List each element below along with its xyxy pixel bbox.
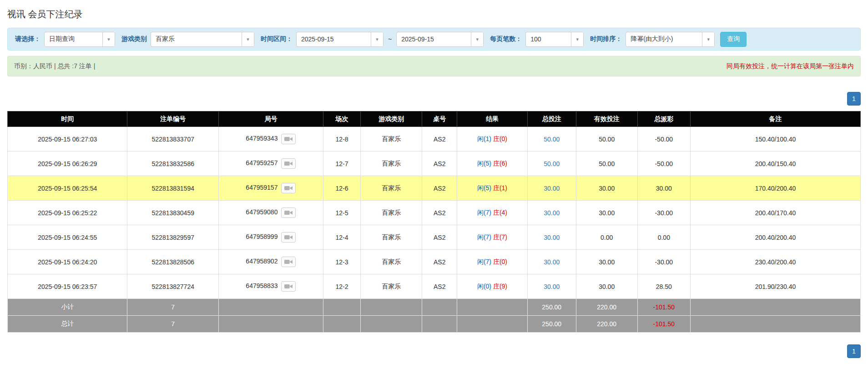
round-number: 647959257 xyxy=(246,159,278,167)
date-from-value: 2025-09-15 xyxy=(297,32,371,46)
bet-id-cell: 522813829597 xyxy=(127,225,219,250)
note-cell: 200.40/150.40 xyxy=(690,152,860,176)
video-replay-button[interactable] xyxy=(281,281,296,292)
table-footer-row: 小计 7 250.00 220.00 -101.50 xyxy=(8,299,861,316)
table-no-cell: AS2 xyxy=(422,152,457,176)
table-row: 2025-09-15 06:27:03 522813833707 6479593… xyxy=(8,127,861,152)
date-to-value: 2025-09-15 xyxy=(397,32,471,46)
table-footer-row: 总计 7 250.00 220.00 -101.50 xyxy=(8,316,861,333)
footer-empty-cell xyxy=(422,316,457,333)
player-result: 闲(7) xyxy=(477,209,491,216)
total-bet-link[interactable]: 50.00 xyxy=(544,160,560,167)
time-cell: 2025-09-15 06:24:20 xyxy=(8,250,127,274)
footer-empty-cell xyxy=(457,316,528,333)
header-result: 结果 xyxy=(457,111,528,127)
footer-payout-cell: -101.50 xyxy=(637,316,690,333)
table-row: 2025-09-15 06:23:57 522813827724 6479588… xyxy=(8,274,861,299)
sort-order-select[interactable]: 降幂(由大到小) ▾ xyxy=(626,32,715,47)
footer-empty-cell xyxy=(323,299,361,316)
total-bet-link[interactable]: 30.00 xyxy=(544,258,560,266)
round-number: 647959080 xyxy=(246,208,278,216)
footer-valid-bet-cell: 220.00 xyxy=(576,299,637,316)
bet-id-cell: 522813828506 xyxy=(127,250,219,274)
pagination-page-button[interactable]: 1 xyxy=(847,344,861,358)
payout-cell: 28.50 xyxy=(637,274,690,299)
game-type-cell: 百家乐 xyxy=(361,250,422,274)
footer-valid-bet-cell: 220.00 xyxy=(576,316,637,333)
footer-total-bet-cell: 250.00 xyxy=(527,316,576,333)
result-cell: 闲(5) 庄(6) xyxy=(457,152,528,176)
time-cell: 2025-09-15 06:27:03 xyxy=(8,127,127,152)
total-bet-link[interactable]: 50.00 xyxy=(544,136,560,143)
table-row: 2025-09-15 06:24:20 522813828506 6479589… xyxy=(8,250,861,274)
result-cell: 闲(7) 庄(7) xyxy=(457,225,528,250)
bet-id-cell: 522813827724 xyxy=(127,274,219,299)
video-camera-icon xyxy=(284,136,293,142)
total-bet-cell: 50.00 xyxy=(527,152,576,176)
table-body: 2025-09-15 06:27:03 522813833707 6479593… xyxy=(8,127,861,333)
round-number: 647958833 xyxy=(246,282,278,289)
bet-id-cell: 522813831594 xyxy=(127,176,219,201)
header-session: 场次 xyxy=(323,111,361,127)
game-type-cell: 百家乐 xyxy=(361,176,422,201)
game-type-label: 游戏类别 xyxy=(121,35,147,43)
banker-result: 庄(7) xyxy=(493,233,507,241)
payout-cell: -50.00 xyxy=(637,127,690,152)
total-bet-cell: 30.00 xyxy=(527,225,576,250)
game-type-select[interactable]: 百家乐 ▾ xyxy=(151,32,254,47)
session-cell: 12-7 xyxy=(323,152,361,176)
date-to-select[interactable]: 2025-09-15 ▾ xyxy=(396,32,484,47)
footer-empty-cell xyxy=(361,299,422,316)
footer-label-cell: 小计 xyxy=(8,299,127,316)
total-bet-link[interactable]: 30.00 xyxy=(544,209,560,217)
round-cell: 647958902 xyxy=(219,250,323,274)
video-replay-button[interactable] xyxy=(281,134,296,144)
search-button[interactable]: 查询 xyxy=(720,32,747,47)
session-cell: 12-4 xyxy=(323,225,361,250)
pagination-page-button[interactable]: 1 xyxy=(847,92,861,106)
page-size-select[interactable]: 100 ▾ xyxy=(525,32,584,47)
chevron-down-icon: ▾ xyxy=(102,32,115,46)
pagination-top: 1 xyxy=(7,92,861,106)
chevron-down-icon: ▾ xyxy=(371,32,383,46)
date-from-select[interactable]: 2025-09-15 ▾ xyxy=(296,32,384,47)
video-camera-icon xyxy=(284,259,293,265)
footer-label-cell: 总计 xyxy=(8,316,127,333)
banker-result: 庄(9) xyxy=(493,283,507,290)
note-cell: 150.40/100.40 xyxy=(690,127,860,152)
total-bet-link[interactable]: 30.00 xyxy=(544,185,560,192)
total-bet-cell: 30.00 xyxy=(527,201,576,225)
video-replay-button[interactable] xyxy=(281,158,296,169)
header-round: 局号 xyxy=(219,111,323,127)
bet-id-cell: 522813832586 xyxy=(127,152,219,176)
total-bet-link[interactable]: 30.00 xyxy=(544,234,560,241)
footer-empty-cell xyxy=(690,299,860,316)
header-table-no: 桌号 xyxy=(422,111,457,127)
round-cell: 647958833 xyxy=(219,274,323,299)
time-cell: 2025-09-15 06:25:22 xyxy=(8,201,127,225)
video-replay-button[interactable] xyxy=(281,207,296,218)
query-type-select[interactable]: 日期查询 ▾ xyxy=(44,32,115,47)
note-cell: 170.40/200.40 xyxy=(690,176,860,201)
game-type-cell: 百家乐 xyxy=(361,152,422,176)
footer-payout-cell: -101.50 xyxy=(637,299,690,316)
table-row: 2025-09-15 06:26:29 522813832586 6479592… xyxy=(8,152,861,176)
video-replay-button[interactable] xyxy=(281,183,296,193)
total-bet-link[interactable]: 30.00 xyxy=(544,283,560,290)
game-type-cell: 百家乐 xyxy=(361,127,422,152)
table-row: 2025-09-15 06:24:55 522813829597 6479589… xyxy=(8,225,861,250)
banker-result: 庄(4) xyxy=(493,209,507,216)
video-replay-button[interactable] xyxy=(281,232,296,243)
valid-bet-cell: 50.00 xyxy=(576,152,637,176)
round-cell: 647959157 xyxy=(219,176,323,201)
table-row: 2025-09-15 06:25:54 522813831594 6479591… xyxy=(8,176,861,201)
game-type-value: 百家乐 xyxy=(151,32,242,46)
chevron-down-icon: ▾ xyxy=(242,32,254,46)
payout-cell: -30.00 xyxy=(637,201,690,225)
header-valid-bet: 有效投注 xyxy=(576,111,637,127)
video-camera-icon xyxy=(284,161,293,167)
total-bet-cell: 30.00 xyxy=(527,274,576,299)
valid-bet-cell: 30.00 xyxy=(576,274,637,299)
video-replay-button[interactable] xyxy=(281,257,296,267)
result-cell: 闲(7) 庄(4) xyxy=(457,201,528,225)
